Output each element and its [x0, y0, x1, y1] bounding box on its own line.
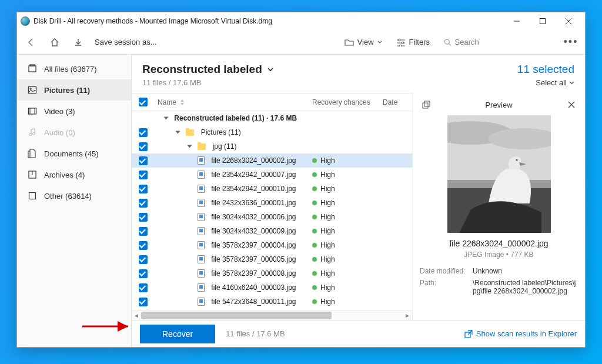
table-row[interactable]: file 2432x3636_000001.jpgHigh	[132, 196, 412, 210]
column-name[interactable]: Name	[154, 98, 312, 106]
column-recovery[interactable]: Recovery chances	[312, 98, 383, 106]
sidebar-item-documents[interactable]: Documents (45)	[17, 143, 131, 164]
header-subtitle: 11 files / 17.6 MB	[142, 78, 274, 87]
row-checkbox[interactable]	[139, 128, 148, 137]
status-dot-icon	[312, 271, 317, 276]
table-row[interactable]: file 2354x2942_000010.jpgHigh	[132, 182, 412, 196]
status-dot-icon	[312, 172, 317, 177]
save-icon[interactable]	[69, 33, 88, 52]
group-row-root[interactable]: Reconstructed labeled (11) · 17.6 MB	[132, 111, 412, 125]
column-date[interactable]: Date	[383, 98, 412, 106]
preview-type: JPEG Image • 777 KB	[420, 251, 578, 259]
breadcrumb-dropdown[interactable]: Reconstructed labeled	[142, 63, 274, 76]
file-name: file 3024x4032_000009.jpg	[211, 227, 296, 235]
sidebar-item-other[interactable]: Other (63614)	[17, 185, 131, 206]
chevron-down-icon	[267, 66, 274, 73]
more-button[interactable]: •••	[561, 33, 580, 52]
select-all-button[interactable]: Select all	[517, 78, 574, 87]
preview-close-button[interactable]	[565, 98, 578, 111]
minimize-button[interactable]	[504, 12, 530, 30]
search-icon	[444, 38, 452, 46]
table-row[interactable]: file 3578x2397_000005.jpgHigh	[132, 252, 412, 266]
table-row[interactable]: file 3578x2397_000004.jpgHigh	[132, 238, 412, 252]
row-checkbox[interactable]	[139, 156, 148, 165]
file-name: file 3024x4032_000006.jpg	[211, 213, 296, 221]
table-row[interactable]: file 2268x3024_000002.jpgHigh	[132, 153, 412, 168]
table-row[interactable]: file 3024x4032_000006.jpgHigh	[132, 210, 412, 224]
row-checkbox[interactable]	[139, 185, 148, 193]
home-button[interactable]	[45, 33, 64, 52]
file-list: Name Recovery chances Date Reconstructed…	[132, 93, 412, 320]
scroll-left-icon[interactable]: ◄	[132, 311, 141, 320]
status-dot-icon	[312, 299, 317, 304]
group-row-pictures[interactable]: Pictures (11)	[132, 125, 412, 139]
scroll-right-icon[interactable]: ►	[403, 311, 412, 320]
selected-count[interactable]: 11 selected	[517, 63, 574, 76]
search-box[interactable]	[439, 35, 557, 49]
view-dropdown[interactable]: View	[340, 35, 387, 49]
search-input[interactable]	[455, 38, 552, 46]
main-panel: Reconstructed labeled 11 files / 17.6 MB…	[132, 55, 585, 347]
footer-info: 11 files / 17.6 MB	[226, 329, 285, 338]
file-name: file 2354x2942_000007.jpg	[211, 171, 296, 179]
preview-popout-button[interactable]	[420, 98, 433, 111]
back-button[interactable]	[22, 33, 41, 52]
svg-point-7	[402, 42, 404, 44]
status-dot-icon	[312, 229, 317, 233]
group-row-jpg[interactable]: jpg (11)	[132, 139, 412, 153]
image-file-icon	[198, 255, 205, 263]
table-row[interactable]: file 3578x2397_000008.jpgHigh	[132, 266, 412, 280]
recovery-label: High	[320, 241, 335, 249]
svg-rect-12	[29, 66, 36, 72]
file-name: file 3578x2397_000005.jpg	[211, 255, 296, 263]
sidebar-item-all-files[interactable]: All files (63677)	[17, 58, 131, 79]
table-body[interactable]: Reconstructed labeled (11) · 17.6 MB Pic…	[132, 111, 412, 310]
row-checkbox[interactable]	[139, 298, 148, 306]
maximize-button[interactable]	[530, 12, 556, 30]
expand-icon[interactable]	[164, 117, 169, 120]
sidebar-item-pictures[interactable]: Pictures (11)	[17, 79, 131, 101]
table-row[interactable]: file 2354x2942_000007.jpgHigh	[132, 168, 412, 182]
select-all-checkbox[interactable]	[139, 98, 148, 106]
row-checkbox[interactable]	[139, 227, 148, 236]
svg-rect-1	[540, 18, 546, 24]
horizontal-scrollbar[interactable]: ◄ ►	[132, 310, 412, 320]
archive-icon	[28, 170, 37, 179]
row-checkbox[interactable]	[139, 255, 148, 264]
file-name: file 2432x3636_000001.jpg	[211, 199, 296, 207]
status-dot-icon	[312, 257, 317, 262]
table-row[interactable]: file 3024x4032_000009.jpgHigh	[132, 224, 412, 238]
meta-val-date: Unknown	[473, 267, 578, 275]
row-checkbox[interactable]	[139, 199, 148, 208]
recovery-label: High	[320, 269, 335, 278]
svg-rect-23	[29, 193, 36, 199]
row-checkbox[interactable]	[139, 269, 148, 278]
close-button[interactable]	[556, 12, 581, 30]
image-file-icon	[198, 171, 205, 179]
recover-button[interactable]: Recover	[140, 325, 215, 343]
save-session-button[interactable]: Save session as...	[95, 38, 157, 46]
chevron-down-icon	[377, 40, 382, 45]
window-title: Disk Drill - All recovery methods - Moun…	[34, 17, 504, 25]
row-checkbox[interactable]	[139, 171, 148, 179]
image-file-icon	[198, 185, 205, 193]
sidebar-item-video[interactable]: Video (3)	[17, 101, 131, 122]
table-row[interactable]: file 4160x6240_000003.jpgHigh	[132, 280, 412, 295]
expand-icon[interactable]	[188, 145, 192, 148]
filters-button[interactable]: Filters	[392, 35, 434, 49]
image-file-icon	[198, 227, 205, 235]
image-file-icon	[198, 283, 205, 292]
status-dot-icon	[312, 201, 317, 205]
row-checkbox[interactable]	[139, 142, 148, 151]
scrollbar-thumb[interactable]	[141, 312, 332, 319]
show-in-explorer-link[interactable]: Show scan results in Explorer	[464, 329, 577, 338]
sliders-icon	[396, 38, 406, 46]
sidebar-item-archives[interactable]: Archives (4)	[17, 164, 131, 185]
expand-icon[interactable]	[176, 131, 180, 134]
image-file-icon	[198, 269, 205, 278]
table-row[interactable]: file 5472x3648_000011.jpgHigh	[132, 295, 412, 309]
row-checkbox[interactable]	[139, 213, 148, 222]
sidebar-item-audio[interactable]: Audio (0)	[17, 122, 131, 143]
row-checkbox[interactable]	[139, 283, 148, 292]
row-checkbox[interactable]	[139, 241, 148, 250]
